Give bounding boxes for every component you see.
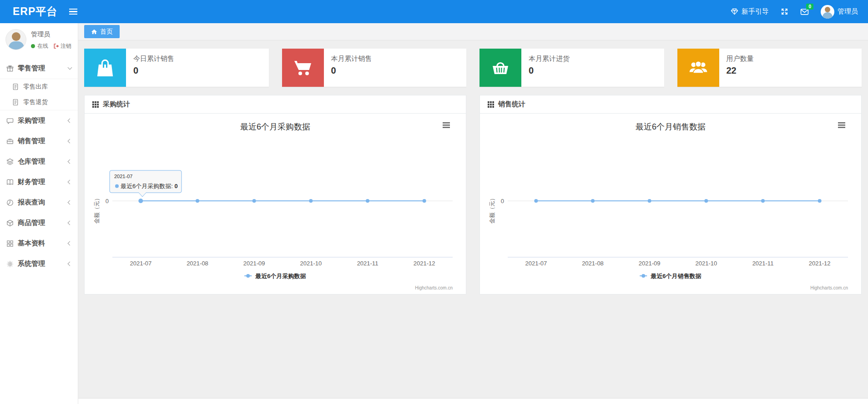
- x-tick-label: 2021-09: [639, 260, 661, 267]
- gift-icon: [6, 65, 14, 72]
- line-chart: 最近6个月采购数据 金额（元）02021-072021-082021-09202…: [91, 114, 459, 294]
- grid-icon: [6, 240, 14, 247]
- fullscreen-button[interactable]: [781, 8, 788, 15]
- chart-panel: 采购统计 最近6个月采购数据 金额（元）02021-072021-082021-…: [84, 95, 466, 294]
- messages-button[interactable]: 0: [800, 8, 809, 15]
- stat-card-label: 本月累计销售: [331, 55, 372, 63]
- sidebar-user-panel: 管理员 在线 注销: [0, 23, 78, 55]
- chevron-left-icon: [68, 200, 72, 205]
- sidebar-item-label: 基本资料: [18, 239, 68, 248]
- sidebar-subitem[interactable]: 零售退货: [0, 95, 78, 110]
- avatar: [821, 5, 834, 19]
- box-icon: [6, 219, 14, 227]
- y-axis-title: 金额（元）: [94, 195, 100, 224]
- legend-label: 最近6个月采购数据: [255, 273, 306, 279]
- data-point[interactable]: [366, 199, 369, 203]
- data-point[interactable]: [648, 199, 651, 203]
- tooltip-category: 2021-07: [114, 174, 132, 179]
- x-tick-label: 2021-10: [695, 260, 717, 267]
- sidebar-item-label: 财务管理: [18, 178, 68, 186]
- chart-title: 最近6个月销售数据: [636, 122, 706, 131]
- online-status-icon: [31, 44, 35, 48]
- legend[interactable]: 最近6个月采购数据: [244, 273, 306, 279]
- stat-card: 本月累计销售 0: [282, 49, 467, 87]
- main-content: 首页 今日累计销售 0 本月累计销售 0 本月累计进货: [78, 23, 868, 404]
- data-point[interactable]: [196, 199, 199, 203]
- breadcrumb: 首页: [78, 23, 868, 40]
- x-tick-label: 2021-08: [582, 260, 604, 267]
- x-tick-label: 2021-11: [357, 260, 378, 267]
- stat-card-label: 本月累计进货: [529, 55, 570, 63]
- x-tick-label: 2021-07: [525, 260, 547, 267]
- legend[interactable]: 最近6个月销售数据: [640, 273, 701, 279]
- sidebar-item[interactable]: 采购管理: [0, 110, 78, 131]
- app-brand: ERP平台: [13, 5, 57, 19]
- stat-card: 今日累计销售 0: [84, 49, 269, 87]
- chart-context-menu-button[interactable]: [441, 120, 454, 130]
- chevron-left-icon: [68, 221, 72, 225]
- stat-card-value: 0: [331, 65, 372, 76]
- y-tick-label: 0: [501, 198, 504, 204]
- sidebar-item[interactable]: 基本资料: [0, 233, 78, 254]
- stat-card: 本月累计进货 0: [479, 49, 664, 87]
- sidebar-item[interactable]: 财务管理: [0, 172, 78, 192]
- stat-card-label: 用户数量: [727, 55, 754, 63]
- avatar: [5, 29, 26, 50]
- sidebar-menu: 零售管理 零售出库 零售退货 采购管理 销售管理 仓库管理: [0, 58, 78, 274]
- stat-card-value: 0: [529, 65, 570, 76]
- sidebar-item[interactable]: 仓库管理: [0, 151, 78, 172]
- breadcrumb-home-tab[interactable]: 首页: [84, 25, 120, 38]
- data-point[interactable]: [761, 199, 765, 203]
- basket-icon: [479, 49, 521, 87]
- data-point[interactable]: [423, 199, 426, 203]
- data-point[interactable]: [591, 199, 595, 203]
- sidebar-item[interactable]: 销售管理: [0, 131, 78, 151]
- chevron-left-icon: [68, 119, 72, 123]
- panel-title: 销售统计: [498, 100, 525, 109]
- layers-icon: [6, 158, 14, 165]
- chevron-left-icon: [68, 262, 72, 266]
- logout-button[interactable]: 注销: [53, 42, 71, 50]
- x-tick-label: 2021-08: [187, 260, 208, 267]
- legend-label: 最近6个月销售数据: [650, 273, 701, 279]
- chart-context-menu-button[interactable]: [836, 120, 849, 130]
- sidebar-subitem-label: 零售出库: [23, 83, 48, 91]
- credits-link[interactable]: Highcharts.com.cn: [810, 285, 848, 290]
- logout-icon: [53, 43, 59, 49]
- sidebar-item-label: 销售管理: [18, 137, 68, 145]
- y-axis-title: 金额（元）: [489, 195, 495, 224]
- tooltip-value: 最近6个月采购数据: 0: [121, 183, 178, 190]
- chevron-left-icon: [68, 160, 72, 164]
- chart-panel: 销售统计 最近6个月销售数据 金额（元）02021-072021-082021-…: [479, 95, 862, 294]
- sidebar-item[interactable]: 系统管理: [0, 254, 78, 274]
- sidebar-item-label: 系统管理: [18, 259, 68, 268]
- sidebar-subitem-label: 零售退货: [23, 98, 48, 106]
- y-tick-label: 0: [106, 198, 109, 204]
- stat-cards-row: 今日累计销售 0 本月累计销售 0 本月累计进货 0: [84, 49, 862, 87]
- sidebar-subitem[interactable]: 零售出库: [0, 79, 78, 95]
- sidebar-toggle-icon[interactable]: [69, 7, 77, 16]
- guide-button[interactable]: 新手引导: [731, 7, 769, 16]
- data-point[interactable]: [704, 199, 708, 203]
- x-tick-label: 2021-12: [809, 260, 831, 267]
- sidebar-item[interactable]: 零售管理: [0, 58, 78, 79]
- data-point[interactable]: [818, 199, 822, 203]
- data-point[interactable]: [252, 199, 256, 203]
- data-point[interactable]: [309, 199, 313, 203]
- chart-title: 最近6个月采购数据: [240, 122, 310, 131]
- sidebar-item-label: 采购管理: [18, 116, 68, 125]
- sidebar-item[interactable]: 报表查询: [0, 192, 78, 213]
- briefcase-icon: [6, 138, 14, 145]
- sidebar-item[interactable]: 商品管理: [0, 213, 78, 233]
- data-point[interactable]: [138, 199, 143, 203]
- user-menu[interactable]: 管理员: [821, 5, 858, 19]
- data-point[interactable]: [534, 199, 538, 203]
- sidebar-item-label: 报表查询: [18, 198, 68, 207]
- message-count-badge: 0: [806, 4, 813, 10]
- page-footer: [78, 398, 868, 404]
- credits-link[interactable]: Highcharts.com.cn: [415, 285, 453, 290]
- users-icon: [677, 49, 719, 87]
- sidebar-user-name: 管理员: [31, 30, 71, 39]
- gem-icon: [731, 8, 738, 15]
- chevron-left-icon: [68, 180, 72, 185]
